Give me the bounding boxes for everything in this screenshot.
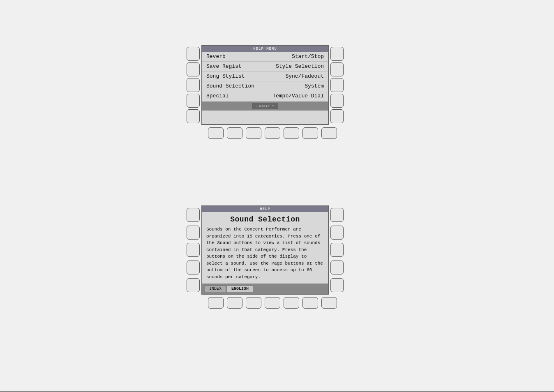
- help-title: Sound Selection: [202, 212, 328, 226]
- top-right-btn-1[interactable]: [330, 47, 344, 61]
- top-left-btn-2[interactable]: [187, 62, 200, 76]
- bottom-left-btn-4[interactable]: [187, 261, 200, 274]
- top-bottom-btn-1[interactable]: [208, 127, 224, 139]
- help-body: Sounds on the Concert Performer are orga…: [202, 226, 328, 284]
- bottom-display-area: HELP Sound Selection Sounds on the Conce…: [185, 205, 345, 295]
- menu-row-0[interactable]: ReverbStart/Stop: [202, 52, 328, 62]
- bottom-left-btn-3[interactable]: [187, 243, 200, 257]
- top-left-btn-4[interactable]: [187, 94, 200, 108]
- bottom-bottom-buttons: [208, 297, 337, 309]
- bottom-bottom-btn-3[interactable]: [246, 297, 261, 309]
- menu-label-right-3: System: [305, 83, 324, 89]
- top-panel: HELP MENU ReverbStart/StopSave RegistSty…: [185, 45, 345, 139]
- top-menu-rows: ReverbStart/StopSave RegistStyle Selecti…: [202, 52, 328, 101]
- bottom-left-btn-2[interactable]: [187, 226, 200, 240]
- top-left-btn-1[interactable]: [187, 47, 200, 61]
- bottom-screen: HELP Sound Selection Sounds on the Conce…: [201, 205, 329, 295]
- top-right-btn-2[interactable]: [330, 62, 344, 76]
- menu-label-right-0: Start/Stop: [292, 53, 324, 60]
- menu-row-3[interactable]: Sound SelectionSystem: [202, 81, 328, 91]
- bottom-screen-header: HELP: [202, 206, 328, 212]
- bottom-right-btn-3[interactable]: [330, 243, 344, 257]
- top-bottom-btn-6[interactable]: [302, 127, 318, 139]
- menu-label-left-3: Sound Selection: [206, 83, 254, 89]
- top-bottom-btn-5[interactable]: [284, 127, 299, 139]
- bottom-right-btn-2[interactable]: [330, 226, 344, 240]
- bottom-left-side-buttons: [185, 205, 201, 295]
- menu-row-4[interactable]: SpecialTempo/Value Dial: [202, 91, 328, 101]
- bottom-bottom-btn-4[interactable]: [265, 297, 280, 309]
- top-right-btn-3[interactable]: [330, 78, 344, 92]
- page-button[interactable]: - PAGE +: [252, 103, 278, 109]
- bottom-bottom-btn-5[interactable]: [284, 297, 299, 309]
- top-right-side-buttons: [329, 45, 345, 125]
- bottom-left-btn-1[interactable]: [187, 208, 200, 222]
- top-left-btn-3[interactable]: [187, 78, 200, 92]
- bottom-right-side-buttons: [329, 205, 345, 295]
- bottom-left-btn-5[interactable]: [187, 278, 200, 292]
- page-bar: - PAGE +: [202, 101, 328, 111]
- top-bottom-btn-7[interactable]: [321, 127, 337, 139]
- menu-label-left-4: Special: [206, 93, 229, 99]
- top-screen: HELP MENU ReverbStart/StopSave RegistSty…: [201, 45, 329, 125]
- bottom-right-btn-5[interactable]: [330, 278, 344, 292]
- menu-label-left-2: Song Stylist: [206, 73, 245, 79]
- index-button[interactable]: INDEX: [205, 285, 226, 292]
- top-right-btn-5[interactable]: [330, 109, 344, 123]
- menu-label-left-0: Reverb: [206, 53, 226, 60]
- top-bottom-btn-4[interactable]: [265, 127, 280, 139]
- top-left-side-buttons: [185, 45, 201, 125]
- top-bottom-buttons: [208, 127, 337, 139]
- menu-label-right-1: Style Selection: [276, 63, 324, 69]
- top-screen-header: HELP MENU: [202, 46, 328, 52]
- bottom-bottom-btn-2[interactable]: [227, 297, 242, 309]
- top-left-btn-5[interactable]: [187, 109, 200, 123]
- menu-label-right-4: Tempo/Value Dial: [272, 93, 324, 99]
- menu-row-2[interactable]: Song StylistSync/Fadeout: [202, 71, 328, 81]
- top-bottom-btn-3[interactable]: [246, 127, 261, 139]
- bottom-right-btn-1[interactable]: [330, 208, 344, 222]
- bottom-bottom-btn-1[interactable]: [208, 297, 224, 309]
- bottom-bottom-btn-6[interactable]: [302, 297, 318, 309]
- bottom-bottom-btn-7[interactable]: [321, 297, 337, 309]
- menu-row-1[interactable]: Save RegistStyle Selection: [202, 62, 328, 71]
- bottom-right-btn-4[interactable]: [330, 261, 344, 274]
- menu-label-left-1: Save Regist: [206, 63, 242, 69]
- menu-label-right-2: Sync/Fadeout: [285, 73, 324, 79]
- help-footer: INDEX ENGLISH: [202, 284, 328, 294]
- top-bottom-btn-2[interactable]: [227, 127, 242, 139]
- bottom-panel: HELP Sound Selection Sounds on the Conce…: [185, 205, 345, 309]
- english-button[interactable]: ENGLISH: [227, 285, 253, 292]
- top-right-btn-4[interactable]: [330, 94, 344, 108]
- top-display-area: HELP MENU ReverbStart/StopSave RegistSty…: [185, 45, 345, 125]
